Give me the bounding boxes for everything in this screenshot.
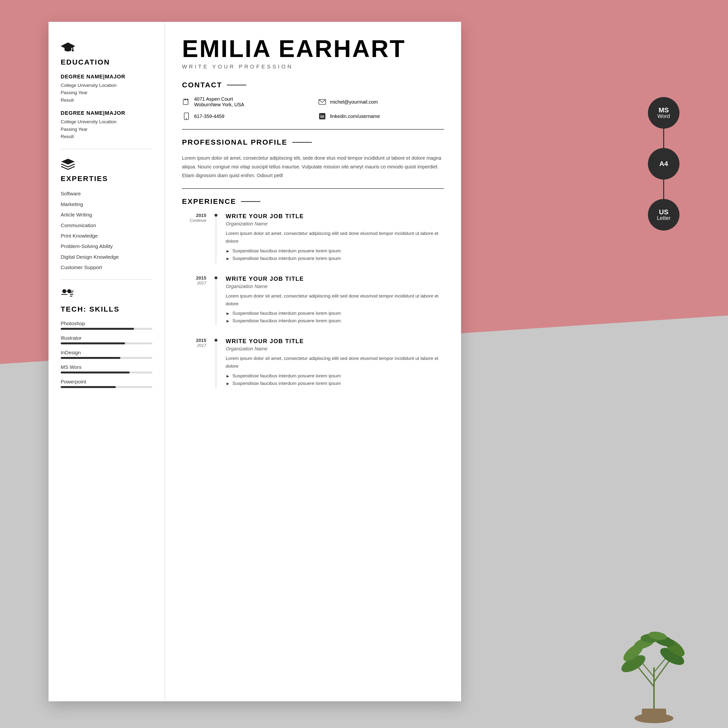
email-value: michel@yourmail.com — [330, 99, 378, 105]
divider-profile — [182, 188, 444, 189]
badge-ms-word: MS Word — [648, 97, 679, 128]
skill-name: MS Wors — [61, 364, 152, 370]
expertise-item: Print Knowledge — [61, 232, 152, 239]
skill-item: Photoshop — [61, 321, 152, 330]
expertise-item: Communication — [61, 222, 152, 229]
candidate-name: EMILIA EARHART — [182, 37, 444, 61]
result-2: Result — [61, 133, 152, 140]
skill-bar-bg — [61, 386, 152, 388]
profile-text: Lorem ipsum dolor sit amet, consectetur … — [182, 154, 444, 180]
degree-1: DEGREE NAME|MAJOR — [61, 73, 152, 80]
badge-a4: A4 — [648, 148, 679, 180]
resume-card: EDUCATION DEGREE NAME|MAJOR College Univ… — [49, 22, 461, 701]
experience-entry: 2015 2017 WRITE YOUR JOB TITLE Organizat… — [182, 338, 444, 388]
exp-desc: Lorem ipsum dolor sit amet, consectetur … — [226, 292, 444, 308]
year-2: Passing Year — [61, 126, 152, 133]
address-line1: 4071 Aspen Court — [194, 96, 244, 102]
skills-list: Photoshop Illustrator InDesign MS Wors P… — [61, 321, 152, 388]
exp-dot — [214, 277, 217, 279]
exp-date: 2015 2017 — [182, 275, 206, 326]
experience-entry: 2015 Continue WRITE YOUR JOB TITLE Organ… — [182, 213, 444, 263]
skill-bar-bg — [61, 357, 152, 359]
exp-desc: Lorem ipsum dolor sit amet, consectetur … — [226, 355, 444, 370]
result-1: Result — [61, 96, 152, 104]
exp-bullet: ► Suspendisse faucibus interdum posuere … — [226, 256, 444, 262]
email-icon — [318, 98, 327, 106]
skill-bar-fill — [61, 328, 134, 330]
expertise-title: EXPERTIES — [61, 174, 152, 183]
tech-skills-title: TECH: SKILLS — [61, 305, 152, 313]
contact-title: CONTACT — [182, 81, 222, 89]
svg-rect-26 — [70, 294, 73, 295]
svg-rect-25 — [70, 292, 73, 293]
svg-text:in: in — [320, 114, 324, 119]
profile-title: PROFESSIONAL PROFILE — [182, 138, 288, 146]
exp-bullet: ► Suspendisse faucibus interdum posuere … — [226, 373, 444, 379]
divider-1 — [61, 149, 152, 149]
svg-rect-24 — [70, 291, 74, 291]
resume-main: EMILIA EARHART WRITE YOUR PROFESSION CON… — [165, 22, 461, 701]
svg-point-36 — [186, 118, 187, 119]
phone-value: 617-359-4459 — [194, 113, 225, 119]
contact-linkedin: in linkedin.com/username — [318, 112, 444, 121]
expertise-item: Digital Design Knowledge — [61, 253, 152, 260]
skill-item: Illustrator — [61, 335, 152, 344]
resume-sidebar: EDUCATION DEGREE NAME|MAJOR College Univ… — [49, 22, 165, 701]
exp-line — [216, 343, 216, 388]
exp-line — [216, 280, 216, 326]
degree-2: DEGREE NAME|MAJOR — [61, 110, 152, 116]
skill-name: Photoshop — [61, 321, 152, 326]
address-icon — [182, 98, 191, 106]
exp-date: 2015 2017 — [182, 338, 206, 388]
exp-line — [216, 218, 216, 263]
profile-header: PROFESSIONAL PROFILE — [182, 138, 444, 146]
experience-entry: 2015 2017 WRITE YOUR JOB TITLE Organizat… — [182, 275, 444, 326]
skill-bar-bg — [61, 343, 152, 344]
exp-bullet: ► Suspendisse faucibus interdum posuere … — [226, 318, 444, 324]
exp-org: Organization Name — [226, 284, 444, 289]
graduation-cap-icon — [61, 41, 75, 54]
contact-phone: 617-359-4459 — [182, 112, 308, 121]
svg-rect-1 — [642, 708, 666, 719]
layers-icon — [61, 158, 75, 170]
tech-skills-icon — [61, 288, 75, 300]
uni-1: College University Location — [61, 82, 152, 89]
exp-timeline — [214, 338, 219, 388]
svg-marker-18 — [61, 159, 75, 165]
exp-content: WRITE YOUR JOB TITLE Organization Name L… — [226, 213, 444, 263]
experience-list: 2015 Continue WRITE YOUR JOB TITLE Organ… — [182, 213, 444, 388]
edu-entry-1: DEGREE NAME|MAJOR College University Loc… — [61, 73, 152, 104]
expertise-item: Article Writing — [61, 211, 152, 218]
svg-rect-32 — [184, 99, 186, 100]
exp-timeline — [214, 213, 219, 263]
exp-bullet: ► Suspendisse faucibus interdum posuere … — [226, 381, 444, 386]
skill-bar-fill — [61, 386, 116, 388]
edu-entry-2: DEGREE NAME|MAJOR College University Loc… — [61, 110, 152, 140]
exp-job-title: WRITE YOUR JOB TITLE — [226, 275, 444, 282]
linkedin-icon: in — [318, 112, 327, 121]
experience-header: EXPERIENCE — [182, 197, 444, 205]
contact-header-line — [227, 85, 246, 86]
education-title: EDUCATION — [61, 58, 152, 66]
linkedin-value: linkedin.com/username — [330, 113, 380, 119]
expertise-list: SoftwareMarketingArticle WritingCommunic… — [61, 190, 152, 271]
exp-bullet: ► Suspendisse faucibus interdum posuere … — [226, 310, 444, 316]
divider-2 — [61, 279, 152, 280]
experience-header-line — [241, 201, 260, 202]
contact-email: michel@yourmail.com — [318, 96, 444, 107]
contact-address: 4071 Aspen Court WoburnNew York, USA — [182, 96, 308, 107]
expertise-item: Marketing — [61, 201, 152, 208]
badge-connector-1 — [663, 128, 664, 148]
exp-dot — [214, 214, 217, 217]
skill-name: Illustrator — [61, 335, 152, 341]
expertise-item: Problem-Solving Ability — [61, 243, 152, 250]
contact-header: CONTACT — [182, 81, 444, 89]
skill-bar-fill — [61, 357, 120, 359]
expertise-item: Software — [61, 190, 152, 197]
exp-content: WRITE YOUR JOB TITLE Organization Name L… — [226, 275, 444, 326]
skill-bar-bg — [61, 372, 152, 373]
exp-desc: Lorem ipsum dolor sit amet, consectetur … — [226, 229, 444, 245]
skill-bar-bg — [61, 328, 152, 330]
badge-connector-2 — [663, 180, 664, 199]
exp-job-title: WRITE YOUR JOB TITLE — [226, 338, 444, 344]
